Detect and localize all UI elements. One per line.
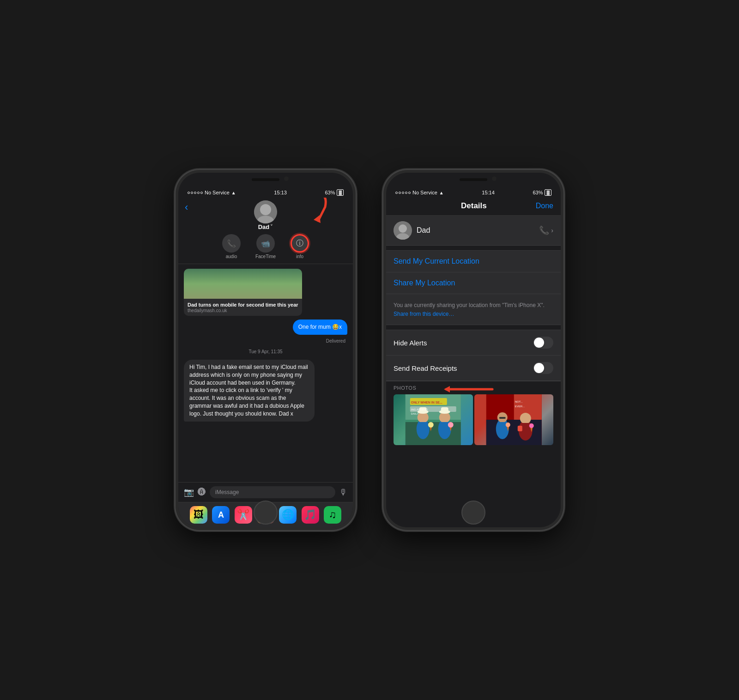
link-domain: thedailymash.co.uk: [188, 308, 298, 313]
signal-dot: [408, 192, 411, 194]
svg-rect-38: [498, 422, 506, 434]
signal-dot: [395, 192, 398, 194]
phone-2: No Service ▲ 15:14 63% ▓ Details Done: [383, 170, 563, 530]
sharing-info-row: You are currently sharing your location …: [386, 294, 561, 325]
location-section: Send My Current Location Share My Locati…: [386, 250, 561, 325]
facetime-circle: 📹: [256, 234, 275, 253]
time-2: 15:14: [482, 190, 495, 195]
audio-label: audio: [226, 254, 237, 259]
signal-dot: [402, 192, 404, 194]
status-left-1: No Service ▲: [188, 190, 236, 195]
header-action-facetime[interactable]: 📹 FaceTime: [255, 234, 276, 259]
audio-circle: 📞: [222, 234, 241, 253]
signal-dot: [188, 192, 190, 194]
svg-rect-16: [418, 422, 428, 434]
details-contact-row: Dad 📞 ›: [386, 216, 561, 246]
signal-dot: [197, 192, 200, 194]
photo-2[interactable]: NOT... EVER...: [474, 394, 554, 445]
status-right-1: 63% ▓: [325, 189, 344, 196]
header-action-audio[interactable]: 📞 audio: [222, 234, 241, 259]
link-image: [184, 269, 302, 299]
photos-grid: ONLY WHEN IN SE... ING ARTIFICI DAILY: [394, 394, 553, 445]
send-receipts-label: Send Read Receipts: [394, 364, 457, 372]
info-label: info: [296, 254, 303, 259]
phone-icon: 📞: [539, 225, 549, 235]
photo-1[interactable]: ONLY WHEN IN SE... ING ARTIFICI DAILY: [394, 394, 473, 445]
status-bar-1: No Service ▲ 15:13 63% ▓: [178, 186, 353, 198]
phone-speaker-2: [460, 178, 487, 181]
signal-dots-1: [188, 192, 203, 194]
hide-alerts-label: Hide Alerts: [394, 339, 427, 347]
screen-content-1: ‹ Dad ˅ 📞 audio: [178, 198, 353, 527]
done-button[interactable]: Done: [536, 202, 553, 210]
dock-photos[interactable]: 🖼: [190, 506, 207, 524]
time-1: 15:13: [274, 190, 287, 195]
contact-chevron: ›: [551, 227, 553, 234]
info-arrow: [284, 198, 330, 230]
battery-2: 63%: [533, 190, 543, 195]
link-preview: Dad turns on mobile for second time this…: [184, 269, 302, 316]
link-title: Dad turns on mobile for second time this…: [188, 302, 298, 308]
dock-appstore[interactable]: A: [212, 506, 230, 524]
svg-rect-32: [486, 420, 541, 445]
mic-icon[interactable]: 🎙: [339, 488, 347, 497]
svg-point-5: [399, 224, 407, 233]
share-from-device-link[interactable]: Share from this device…: [394, 311, 454, 317]
input-bar: 📷 🅐 iMessage 🎙: [178, 482, 353, 502]
svg-rect-39: [499, 417, 505, 419]
photos-section: PHOTOS: [386, 381, 561, 447]
dock-globe[interactable]: 🌐: [279, 506, 297, 524]
link-text: Dad turns on mobile for second time this…: [184, 299, 302, 316]
appclips-icon[interactable]: 🅐: [198, 488, 206, 497]
details-avatar: [394, 221, 412, 240]
send-location-row[interactable]: Send My Current Location: [386, 251, 561, 272]
home-button-2[interactable]: [461, 501, 485, 525]
toggle-section: Hide Alerts Send Read Receipts: [386, 330, 561, 381]
photos-arrow: [437, 382, 497, 396]
contact-name-1: Dad ˅: [258, 223, 273, 230]
date-separator: Tue 9 Apr, 11:35: [184, 349, 347, 354]
home-button-1[interactable]: [254, 501, 278, 525]
svg-rect-23: [440, 422, 449, 434]
header-actions: 📞 audio 📹 FaceTime ⓘ info: [222, 234, 309, 259]
signal-dot: [194, 192, 196, 194]
send-receipts-row: Send Read Receipts: [386, 356, 561, 381]
camera-icon[interactable]: 📷: [184, 487, 194, 497]
header-action-info[interactable]: ⓘ info: [291, 234, 309, 259]
dock-spotify[interactable]: ♫: [324, 506, 341, 524]
screen-content-2: Details Done Dad 📞: [386, 198, 561, 527]
contact-avatar-large: [254, 200, 277, 223]
signal-dot: [191, 192, 193, 194]
back-button[interactable]: ‹: [185, 201, 188, 213]
svg-point-27: [448, 422, 454, 428]
status-right-2: 63% ▓: [533, 189, 551, 196]
battery-icon-1: ▓: [337, 189, 344, 196]
info-circle: ⓘ: [291, 234, 309, 253]
svg-rect-25: [441, 407, 448, 413]
send-receipts-toggle[interactable]: [533, 362, 553, 374]
hide-alerts-row: Hide Alerts: [386, 330, 561, 356]
svg-marker-3: [314, 215, 321, 223]
details-title: Details: [461, 201, 487, 211]
details-contact-left: Dad: [394, 221, 430, 240]
share-location-row[interactable]: Share My Location: [386, 272, 561, 294]
carrier-2: No Service: [412, 190, 437, 195]
svg-rect-47: [517, 426, 522, 431]
hide-alerts-toggle[interactable]: [533, 337, 553, 349]
messages-list: Dad turns on mobile for second time this…: [178, 264, 353, 482]
svg-point-43: [520, 413, 531, 424]
details-header: Details Done: [386, 198, 561, 216]
battery-1: 63%: [325, 190, 335, 195]
phone-speaker-1: [252, 178, 279, 181]
imessage-input[interactable]: iMessage: [210, 486, 335, 498]
messages-header: ‹ Dad ˅ 📞 audio: [178, 198, 353, 264]
imessage-placeholder: iMessage: [215, 489, 239, 495]
dock-clips[interactable]: ✂️: [235, 506, 252, 524]
svg-text:DAILY: DAILY: [411, 412, 419, 415]
signal-dots-2: [395, 192, 411, 194]
svg-point-20: [428, 422, 434, 428]
wifi-icon-1: ▲: [231, 190, 236, 195]
details-contact-right[interactable]: 📞 ›: [539, 225, 553, 235]
name-chevron: ˅: [270, 224, 273, 230]
dock-music[interactable]: 🎵: [302, 506, 319, 524]
